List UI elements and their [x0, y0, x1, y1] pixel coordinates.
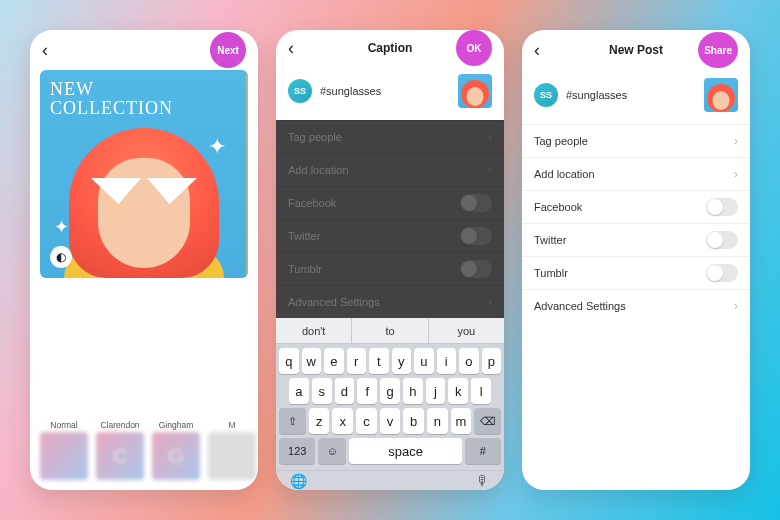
key-h[interactable]: h	[403, 378, 423, 404]
key-p[interactable]: p	[482, 348, 502, 374]
keyboard-row: a s d f g h j k l	[279, 378, 501, 404]
next-button[interactable]: Next	[210, 32, 246, 68]
key-d[interactable]: d	[335, 378, 355, 404]
chevron-right-icon: ›	[488, 163, 492, 177]
avatar[interactable]: SS	[288, 79, 312, 103]
suggestion[interactable]: to	[352, 318, 428, 343]
key-emoji[interactable]: ☺	[318, 438, 346, 464]
next-photo-peek[interactable]	[246, 70, 248, 278]
keyboard: don't to you q w e r t y u i o p a s d f	[276, 318, 504, 470]
filter-label: Gingham	[152, 420, 200, 430]
keyboard-row: 123 ☺ space #	[279, 438, 501, 464]
filter-label: Normal	[40, 420, 88, 430]
avatar[interactable]: SS	[534, 83, 558, 107]
key-t[interactable]: t	[369, 348, 389, 374]
caption-row: SS #sunglasses	[522, 70, 750, 124]
keyboard-bottombar: 🌐 🎙	[276, 470, 504, 490]
toggle-off[interactable]	[706, 231, 738, 249]
key-l[interactable]: l	[471, 378, 491, 404]
caption-input[interactable]: #sunglasses	[566, 89, 696, 101]
row-advanced[interactable]: Advanced Settings›	[276, 285, 504, 318]
key-o[interactable]: o	[459, 348, 479, 374]
caption-input[interactable]: #sunglasses	[320, 85, 450, 97]
row-tumblr[interactable]: Tumblr	[276, 252, 504, 285]
toggle-off[interactable]	[460, 194, 492, 212]
toggle-off[interactable]	[706, 264, 738, 282]
sunglasses-graphic	[91, 178, 197, 208]
key-e[interactable]: e	[324, 348, 344, 374]
filter-label: M	[208, 420, 256, 430]
key-c[interactable]: c	[356, 408, 377, 434]
filter-more[interactable]: M	[208, 420, 256, 480]
header: ‹ New Post Share	[522, 30, 750, 70]
row-facebook[interactable]: Facebook	[522, 190, 750, 223]
key-a[interactable]: a	[289, 378, 309, 404]
selected-photo[interactable]: NEW COLLECTION ✦ ✦ ◐	[40, 70, 248, 278]
row-add-location[interactable]: Add location›	[276, 153, 504, 186]
key-123[interactable]: 123	[279, 438, 315, 464]
key-b[interactable]: b	[403, 408, 424, 434]
filter-normal[interactable]: Normal	[40, 420, 88, 480]
key-n[interactable]: n	[427, 408, 448, 434]
key-k[interactable]: k	[448, 378, 468, 404]
key-v[interactable]: v	[380, 408, 401, 434]
header: ‹ Next	[30, 30, 258, 70]
row-tag-people[interactable]: Tag people›	[276, 120, 504, 153]
toggle-off[interactable]	[460, 260, 492, 278]
key-g[interactable]: g	[380, 378, 400, 404]
mic-icon[interactable]: 🎙	[476, 473, 490, 489]
row-advanced[interactable]: Advanced Settings›	[522, 289, 750, 322]
filter-gingham[interactable]: Gingham G	[152, 420, 200, 480]
phone-newpost: ‹ New Post Share SS #sunglasses Tag peop…	[522, 30, 750, 490]
row-tag-people[interactable]: Tag people›	[522, 124, 750, 157]
key-u[interactable]: u	[414, 348, 434, 374]
key-backspace[interactable]: ⌫	[474, 408, 501, 434]
row-add-location[interactable]: Add location›	[522, 157, 750, 190]
key-z[interactable]: z	[309, 408, 330, 434]
chevron-right-icon: ›	[488, 295, 492, 309]
suggestion[interactable]: don't	[276, 318, 352, 343]
row-twitter[interactable]: Twitter	[276, 219, 504, 252]
share-button[interactable]: Share	[698, 32, 738, 68]
key-i[interactable]: i	[437, 348, 457, 374]
phone-filter: ‹ Next NEW COLLECTION ✦ ✦ ◐ Norma	[30, 30, 258, 490]
filter-clarendon[interactable]: Clarendon C	[96, 420, 144, 480]
key-x[interactable]: x	[332, 408, 353, 434]
post-thumbnail[interactable]	[458, 74, 492, 108]
chevron-right-icon: ›	[734, 167, 738, 181]
key-w[interactable]: w	[302, 348, 322, 374]
filter-strip: Normal Clarendon C Gingham G M	[30, 406, 258, 490]
toggle-off[interactable]	[706, 198, 738, 216]
chevron-right-icon: ›	[734, 134, 738, 148]
key-shift[interactable]: ⇧	[279, 408, 306, 434]
back-icon[interactable]: ‹	[42, 40, 48, 61]
row-tumblr[interactable]: Tumblr	[522, 256, 750, 289]
toggle-off[interactable]	[460, 227, 492, 245]
key-m[interactable]: m	[451, 408, 472, 434]
row-facebook[interactable]: Facebook	[276, 186, 504, 219]
suggestion[interactable]: you	[429, 318, 504, 343]
key-q[interactable]: q	[279, 348, 299, 374]
globe-icon[interactable]: 🌐	[290, 473, 307, 489]
chevron-right-icon: ›	[488, 130, 492, 144]
options-list-dimmed: Tag people› Add location› Facebook Twitt…	[276, 120, 504, 318]
key-r[interactable]: r	[347, 348, 367, 374]
phone-caption: ‹ Caption OK SS #sunglasses Tag people› …	[276, 30, 504, 490]
photo-area: NEW COLLECTION ✦ ✦ ◐	[30, 70, 258, 278]
key-f[interactable]: f	[357, 378, 377, 404]
ok-button[interactable]: OK	[456, 30, 492, 66]
back-icon[interactable]: ‹	[534, 40, 540, 61]
row-twitter[interactable]: Twitter	[522, 223, 750, 256]
key-s[interactable]: s	[312, 378, 332, 404]
chevron-right-icon: ›	[734, 299, 738, 313]
key-y[interactable]: y	[392, 348, 412, 374]
back-icon[interactable]: ‹	[288, 38, 294, 59]
post-thumbnail[interactable]	[704, 78, 738, 112]
header: ‹ Caption OK	[276, 30, 504, 66]
key-return[interactable]: #	[465, 438, 501, 464]
infinity-chip[interactable]: ◐	[50, 246, 72, 268]
key-space[interactable]: space	[349, 438, 461, 464]
key-j[interactable]: j	[426, 378, 446, 404]
sparkle-icon: ✦	[54, 216, 69, 238]
photo-overlay-text: NEW COLLECTION	[50, 80, 173, 118]
